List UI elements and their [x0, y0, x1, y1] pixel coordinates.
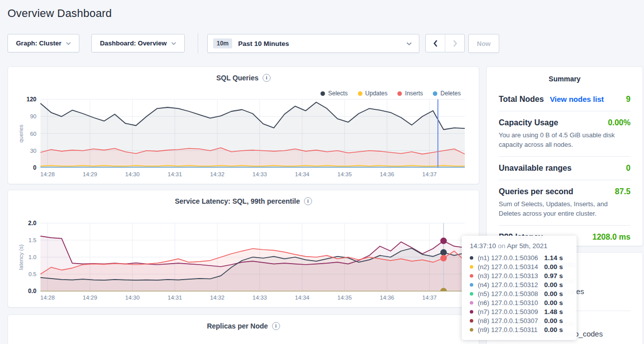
svg-text:14:36: 14:36	[380, 295, 394, 301]
tooltip-node-value: 0.00 s	[544, 317, 563, 325]
tooltip-node-value: 0.00 s	[544, 290, 563, 298]
svg-text:latency (s): latency (s)	[18, 245, 24, 270]
tooltip-row: (n9) 127.0.0.1:503110.00 s	[470, 325, 571, 334]
service-latency-chart[interactable]: 0.00.51.01.52.014:2814:2914:3014:3114:32…	[17, 220, 471, 302]
unavailable-ranges-value: 0	[626, 164, 631, 173]
time-pager	[425, 34, 465, 52]
tooltip-node-address: (n1) 127.0.0.1:50306	[478, 254, 544, 262]
svg-text:14:36: 14:36	[380, 171, 394, 177]
now-button-label: Now	[477, 40, 490, 47]
node-color-dot-icon	[470, 328, 473, 332]
svg-text:0: 0	[33, 164, 36, 171]
crosshair-dot	[440, 249, 447, 256]
svg-text:2.0: 2.0	[28, 220, 36, 227]
page-title: Overview Dashboard	[7, 7, 112, 20]
tooltip-node-value: 0.00 s	[544, 299, 563, 307]
chevron-right-icon	[453, 40, 457, 47]
svg-text:90: 90	[30, 113, 36, 119]
time-range-badge: 10m	[213, 38, 232, 48]
total-nodes-label: Total Nodes	[499, 95, 544, 104]
now-button[interactable]: Now	[468, 34, 499, 53]
node-color-dot-icon	[470, 256, 473, 260]
graph-dropdown[interactable]: Graph: Cluster	[7, 34, 79, 52]
info-icon[interactable]: i	[272, 322, 280, 330]
dashboard-dropdown[interactable]: Dashboard: Overview	[91, 34, 185, 52]
svg-text:0.0: 0.0	[28, 288, 36, 295]
graph-dropdown-label: Graph: Cluster	[16, 39, 61, 47]
tooltip-node-value: 0.00 s	[544, 263, 563, 271]
tooltip-node-address: (n2) 127.0.0.1:50314	[478, 263, 544, 271]
svg-text:queries: queries	[18, 124, 24, 143]
svg-text:14:31: 14:31	[168, 171, 182, 177]
tooltip-timestamp: 14:37:10 on Apr 5th, 2021	[470, 242, 571, 250]
legend-dot-icon	[433, 91, 437, 96]
tooltip-row: (n8) 127.0.0.1:503070.00 s	[470, 316, 571, 325]
crosshair-dot	[440, 255, 447, 262]
time-range-dropdown[interactable]: 10m Past 10 Minutes	[207, 34, 419, 53]
view-nodes-list-link[interactable]: View nodes list	[550, 95, 604, 103]
tooltip-node-address: (n6) 127.0.0.1:50310	[478, 299, 544, 307]
tooltip-row: (n2) 127.0.0.1:503140.00 s	[470, 262, 571, 271]
svg-text:30: 30	[30, 148, 36, 154]
tooltip-row: (n4) 127.0.0.1:503120.00 s	[470, 280, 571, 289]
node-color-dot-icon	[470, 283, 473, 287]
tooltip-node-address: (n3) 127.0.0.1:50313	[478, 272, 544, 280]
summary-row-capacity: Capacity Usage 0.00% You are using 0 B o…	[499, 111, 631, 157]
tooltip-node-address: (n9) 127.0.0.1:50311	[478, 326, 544, 334]
svg-text:14:35: 14:35	[337, 171, 352, 177]
svg-text:14:34: 14:34	[295, 171, 310, 177]
svg-text:14:34: 14:34	[295, 295, 310, 301]
svg-text:14:33: 14:33	[253, 295, 267, 301]
node-color-dot-icon	[470, 301, 473, 305]
crosshair-dot	[440, 288, 447, 295]
info-icon[interactable]: i	[263, 74, 271, 82]
node-color-dot-icon	[470, 265, 473, 269]
legend-item-selects[interactable]: Selects	[321, 90, 347, 97]
next-time-button[interactable]	[445, 34, 464, 52]
summary-title: Summary	[487, 67, 643, 83]
svg-text:14:30: 14:30	[125, 171, 140, 177]
chevron-down-icon	[66, 42, 71, 45]
chart-tooltip: 14:37:10 on Apr 5th, 2021 (n1) 127.0.0.1…	[462, 236, 577, 340]
svg-text:14:33: 14:33	[253, 171, 267, 177]
legend-dot-icon	[321, 91, 325, 96]
tooltip-node-value: 0.00 s	[544, 326, 563, 334]
capacity-usage-label: Capacity Usage	[499, 118, 558, 127]
unavailable-ranges-label: Unavailable ranges	[499, 164, 572, 173]
summary-row-total-nodes: Total Nodes View nodes list 9	[499, 88, 631, 111]
crosshair-dot	[440, 238, 447, 244]
tooltip-node-address: (n7) 127.0.0.1:50309	[478, 308, 544, 316]
tooltip-row: (n5) 127.0.0.1:503080.00 s	[470, 289, 571, 298]
svg-text:14:37: 14:37	[422, 295, 437, 301]
prev-time-button[interactable]	[426, 34, 445, 52]
qps-desc: Sum of Selects, Updates, Inserts, and De…	[499, 199, 631, 218]
chevron-down-icon	[406, 42, 412, 45]
svg-text:14:32: 14:32	[210, 171, 225, 177]
chevron-left-icon	[433, 40, 438, 47]
tooltip-node-address: (n8) 127.0.0.1:50307	[478, 317, 544, 325]
svg-text:14:35: 14:35	[337, 295, 352, 301]
node-color-dot-icon	[470, 310, 473, 314]
p99-latency-value: 1208.0 ms	[592, 233, 631, 242]
tooltip-row: (n6) 127.0.0.1:503100.00 s	[470, 298, 571, 307]
svg-text:14:37: 14:37	[422, 171, 437, 177]
capacity-usage-desc: You are using 0 B of 4.5 GiB usable disk…	[499, 130, 631, 149]
legend-item-inserts[interactable]: Inserts	[397, 90, 423, 97]
svg-text:1.5: 1.5	[28, 237, 36, 243]
replicas-per-node-title: Replicas per Node	[207, 322, 268, 330]
node-color-dot-icon	[470, 319, 473, 323]
svg-text:14:30: 14:30	[125, 295, 140, 301]
svg-text:14:32: 14:32	[210, 295, 225, 301]
legend-item-updates[interactable]: Updates	[358, 90, 388, 97]
replicas-per-node-card: Replicas per Node i	[7, 315, 479, 344]
toolbar-divider	[198, 33, 198, 53]
legend-item-deletes[interactable]: Deletes	[433, 90, 461, 97]
info-icon[interactable]: i	[304, 197, 312, 205]
svg-text:14:28: 14:28	[40, 295, 55, 301]
sql-queries-chart[interactable]: 030609012014:2814:2914:3014:3114:3214:33…	[17, 96, 471, 179]
svg-text:14:29: 14:29	[83, 295, 97, 301]
tooltip-row: (n7) 127.0.0.1:503091.48 s	[470, 307, 571, 316]
capacity-usage-value: 0.00%	[608, 118, 631, 127]
chevron-down-icon	[171, 42, 176, 45]
tooltip-row: (n3) 127.0.0.1:503130.97 s	[470, 271, 571, 280]
